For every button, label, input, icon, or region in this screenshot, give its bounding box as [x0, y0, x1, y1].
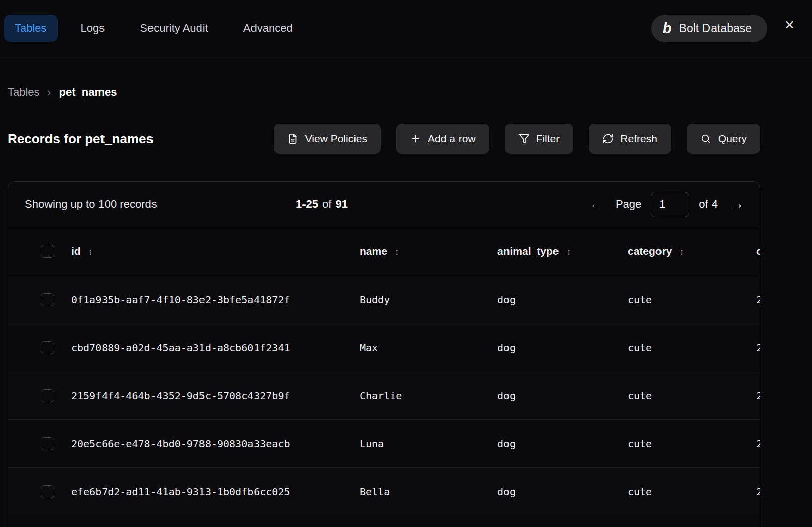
row-checkbox[interactable]	[41, 437, 54, 450]
table-row: 20e5c66e-e478-4bd0-9788-90830a33eacb Lun…	[8, 419, 760, 467]
tab-security-audit[interactable]: Security Audit	[128, 15, 220, 42]
record-range-text: 1-25of91	[296, 198, 348, 211]
row-checkbox-cell	[8, 276, 64, 324]
title-row: Records for pet_names View Policies Add …	[8, 124, 760, 154]
column-label: id	[71, 245, 81, 257]
breadcrumb: Tables › pet_names	[8, 85, 760, 99]
page-of-total: of 4	[699, 198, 718, 211]
row-checkbox-cell	[8, 467, 64, 515]
add-row-button[interactable]: Add a row	[396, 124, 489, 154]
column-header-category[interactable]: category↕	[620, 227, 750, 276]
cell-category: cute	[620, 372, 750, 419]
cell-clipped: 2	[750, 324, 760, 372]
tab-advanced[interactable]: Advanced	[231, 15, 305, 42]
cell-id: cbd70889-a02d-45aa-a31d-a8cb601f2341	[64, 324, 352, 372]
plus-icon	[410, 133, 421, 144]
row-checkbox-cell	[8, 419, 64, 467]
row-checkbox[interactable]	[41, 293, 54, 306]
select-all-cell	[8, 227, 64, 276]
column-header-clipped: c	[750, 227, 760, 276]
breadcrumb-current: pet_names	[59, 86, 117, 99]
breadcrumb-tables-link[interactable]: Tables	[8, 86, 40, 99]
cell-clipped: 2	[750, 467, 760, 515]
cell-name: Charlie	[352, 372, 490, 419]
filter-label: Filter	[536, 133, 560, 145]
main-content: Tables › pet_names Records for pet_names…	[8, 85, 760, 527]
cell-animal-type: dog	[490, 372, 620, 419]
query-label: Query	[718, 133, 747, 145]
row-checkbox[interactable]	[41, 389, 54, 402]
select-all-checkbox[interactable]	[41, 245, 54, 258]
toolbar: View Policies Add a row Filter Refresh	[274, 124, 760, 154]
records-table: id↕ name↕ animal_type↕ category↕ c 0f1a9…	[8, 227, 760, 515]
view-policies-button[interactable]: View Policies	[274, 124, 381, 154]
table-row: 2159f4f4-464b-4352-9d5c-5708c4327b9f Cha…	[8, 372, 760, 419]
row-checkbox[interactable]	[41, 485, 54, 498]
page-number-input[interactable]	[651, 192, 689, 217]
column-header-animal-type[interactable]: animal_type↕	[490, 227, 620, 276]
cell-category: cute	[620, 276, 750, 324]
column-header-id[interactable]: id↕	[64, 227, 352, 276]
sort-icon[interactable]: ↕	[680, 247, 684, 257]
cell-name: Luna	[352, 419, 490, 467]
cell-category: cute	[620, 467, 750, 515]
filter-button[interactable]: Filter	[505, 124, 574, 154]
column-label: animal_type	[497, 245, 559, 257]
column-label: c	[756, 245, 760, 257]
range-of: of	[322, 198, 331, 210]
funnel-icon	[519, 133, 530, 144]
refresh-icon	[602, 133, 614, 144]
cell-animal-type: dog	[490, 467, 620, 515]
bolt-database-label: Bolt Database	[679, 22, 752, 35]
sort-icon[interactable]: ↕	[566, 247, 571, 257]
cell-id: efe6b7d2-ad11-41ab-9313-1b0dfb6cc025	[64, 467, 352, 515]
column-label: category	[628, 245, 672, 257]
document-icon	[287, 133, 298, 144]
sort-icon[interactable]: ↕	[88, 247, 93, 257]
chevron-right-icon: ›	[47, 85, 52, 99]
cell-name: Bella	[352, 467, 490, 515]
cell-animal-type: dog	[490, 276, 620, 324]
pagination: ← Page of 4 →	[586, 192, 747, 217]
range-start: 1-25	[296, 198, 318, 210]
top-nav: Tables Logs Security Audit Advanced b Bo…	[0, 0, 812, 57]
add-row-label: Add a row	[428, 133, 476, 145]
nav-right-group: b Bolt Database ✕	[651, 15, 797, 42]
range-total: 91	[335, 198, 347, 210]
column-header-name[interactable]: name↕	[352, 227, 490, 276]
table-row: efe6b7d2-ad11-41ab-9313-1b0dfb6cc025 Bel…	[8, 467, 760, 515]
nav-tabs: Tables Logs Security Audit Advanced	[4, 15, 305, 42]
page-title: Records for pet_names	[8, 131, 154, 147]
prev-page-arrow-icon[interactable]: ←	[586, 196, 606, 212]
cell-id: 0f1a935b-aaf7-4f10-83e2-3bfe5a41872f	[64, 276, 352, 324]
table-status-bar: Showing up to 100 records 1-25of91 ← Pag…	[8, 182, 760, 227]
records-table-card: Showing up to 100 records 1-25of91 ← Pag…	[8, 181, 760, 527]
table-header-row: id↕ name↕ animal_type↕ category↕ c	[8, 227, 760, 276]
cell-animal-type: dog	[490, 324, 620, 372]
bolt-logo-icon: b	[663, 20, 672, 37]
column-label: name	[360, 245, 387, 257]
cell-clipped: 2	[750, 276, 760, 324]
tab-logs[interactable]: Logs	[69, 15, 117, 42]
showing-records-text: Showing up to 100 records	[25, 198, 157, 211]
cell-animal-type: dog	[490, 419, 620, 467]
bolt-database-button[interactable]: b Bolt Database	[651, 15, 767, 42]
search-icon	[700, 133, 712, 144]
next-page-arrow-icon[interactable]: →	[727, 196, 747, 212]
cell-clipped: 2	[750, 419, 760, 467]
refresh-label: Refresh	[620, 133, 657, 145]
sort-icon[interactable]: ↕	[395, 247, 399, 257]
table-row: 0f1a935b-aaf7-4f10-83e2-3bfe5a41872f Bud…	[8, 276, 760, 324]
row-checkbox-cell	[8, 324, 64, 372]
row-checkbox[interactable]	[41, 341, 54, 354]
close-icon[interactable]: ✕	[782, 17, 797, 33]
row-checkbox-cell	[8, 372, 64, 419]
tab-tables[interactable]: Tables	[4, 15, 58, 42]
cell-name: Max	[352, 324, 490, 372]
cell-category: cute	[620, 324, 750, 372]
query-button[interactable]: Query	[687, 124, 760, 154]
table-row: cbd70889-a02d-45aa-a31d-a8cb601f2341 Max…	[8, 324, 760, 372]
cell-id: 20e5c66e-e478-4bd0-9788-90830a33eacb	[64, 419, 352, 467]
view-policies-label: View Policies	[305, 133, 367, 145]
refresh-button[interactable]: Refresh	[589, 124, 671, 154]
